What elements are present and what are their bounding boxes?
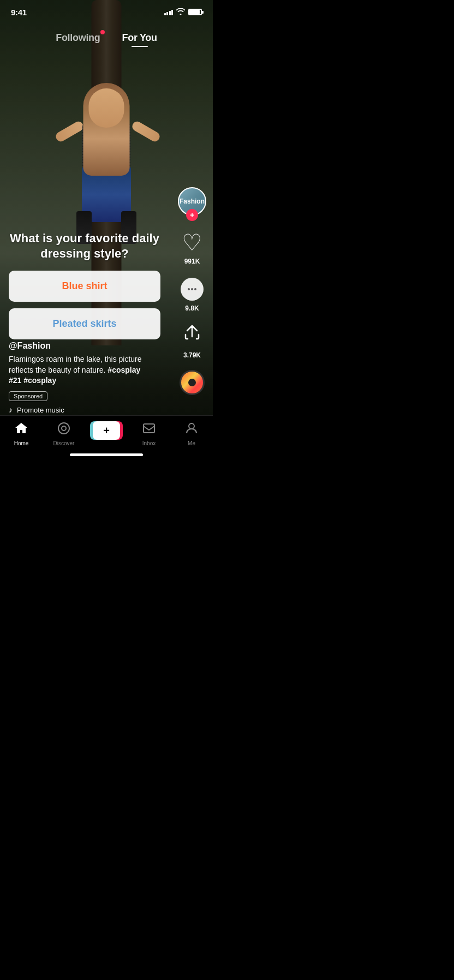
status-bar: 9:41	[0, 0, 213, 24]
share-icon	[182, 324, 202, 348]
sponsored-badge: Sponsored	[9, 391, 47, 401]
top-navigation: Following For You	[0, 24, 213, 51]
create-button[interactable]: +	[92, 421, 121, 440]
nav-discover-label: Discover	[53, 440, 75, 446]
avatar-text: Fashion	[180, 198, 205, 205]
poll-option-2-label: Pleated skirts	[52, 318, 116, 329]
nav-create[interactable]: +	[85, 421, 128, 440]
sidebar-actions: Fashion + ♡ 991K 9.8K	[178, 187, 206, 395]
nav-home-label: Home	[14, 440, 29, 446]
inbox-icon	[142, 421, 156, 439]
svg-rect-2	[144, 424, 154, 433]
nav-inbox[interactable]: Inbox	[128, 421, 170, 446]
like-count: 991K	[184, 258, 200, 265]
tab-for-you[interactable]: For You	[122, 32, 157, 44]
svg-point-1	[62, 426, 66, 431]
follow-button[interactable]: +	[186, 209, 198, 221]
discover-icon	[57, 421, 71, 439]
author-username[interactable]: @Fashion	[9, 341, 160, 351]
hashtag-21[interactable]: #21 #cosplay	[9, 376, 56, 385]
avatar-container: Fashion +	[178, 187, 206, 216]
signal-icon	[164, 9, 174, 15]
music-label: Promote music	[17, 406, 64, 414]
home-indicator	[70, 453, 143, 456]
heart-icon: ♡	[182, 229, 202, 256]
notification-dot	[100, 30, 105, 34]
like-button[interactable]: ♡ 991K	[179, 229, 205, 265]
svg-point-0	[58, 423, 69, 434]
comment-count: 9.8K	[185, 304, 199, 312]
music-info: ♪ Promote music	[9, 405, 160, 414]
poll-option-1-label: Blue shirt	[62, 280, 107, 291]
comment-button[interactable]: 9.8K	[179, 276, 205, 312]
poll-container: What is your favorite daily dressing sty…	[0, 231, 169, 346]
nav-me[interactable]: Me	[170, 421, 213, 446]
music-disc[interactable]	[180, 370, 205, 395]
battery-icon	[188, 9, 202, 15]
poll-question: What is your favorite daily dressing sty…	[9, 231, 160, 262]
hashtag-cosplay[interactable]: #cosplay	[107, 366, 140, 374]
nav-me-label: Me	[188, 440, 195, 446]
svg-point-3	[189, 423, 194, 429]
video-description: Flamingos roam in the lake, this picture…	[9, 354, 160, 386]
poll-option-1[interactable]: Blue shirt	[9, 271, 160, 302]
nav-discover[interactable]: Discover	[43, 421, 85, 446]
share-button[interactable]: 3.79K	[179, 323, 205, 359]
music-note-icon: ♪	[9, 405, 13, 414]
wifi-icon	[176, 8, 185, 16]
plus-icon: +	[103, 425, 110, 436]
poll-option-2[interactable]: Pleated skirts	[9, 308, 160, 339]
content-info: @Fashion Flamingos roam in the lake, thi…	[0, 341, 169, 414]
share-count: 3.79K	[183, 351, 201, 359]
status-icons	[164, 8, 202, 16]
nav-inbox-label: Inbox	[142, 440, 156, 446]
nav-home[interactable]: Home	[0, 421, 43, 446]
tab-following[interactable]: Following	[56, 32, 100, 44]
status-time: 9:41	[11, 8, 27, 17]
comment-icon	[181, 278, 204, 301]
home-icon	[14, 421, 28, 439]
me-icon	[184, 421, 199, 439]
